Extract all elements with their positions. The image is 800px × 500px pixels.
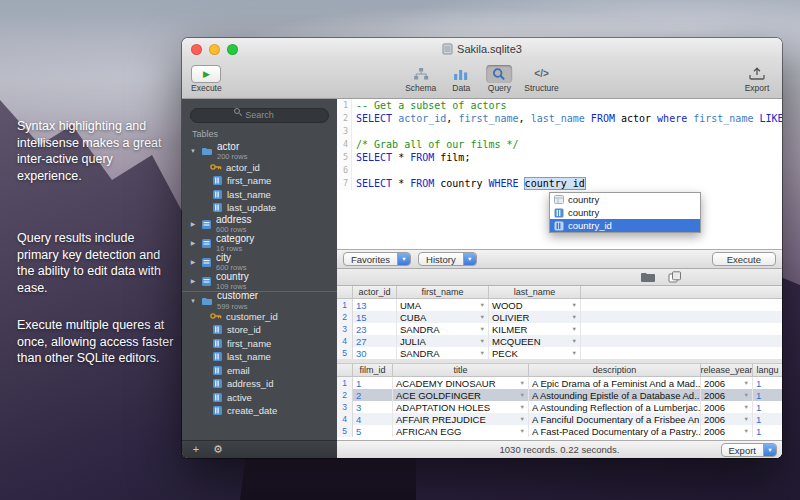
column-header[interactable]: title (393, 364, 529, 376)
filter-chevron-icon[interactable]: ▼ (518, 404, 525, 410)
sidebar-column-last-name[interactable]: last_name (182, 188, 337, 202)
toolbar-query[interactable]: Query (486, 65, 512, 93)
title-bar[interactable]: Sakila.sqlite3 (182, 38, 782, 60)
sidebar-column-create-date[interactable]: create_date (182, 404, 337, 418)
sidebar-item-country[interactable]: ▶ country109 rows (182, 272, 337, 291)
sidebar-column-last-name-2[interactable]: last_name (182, 350, 337, 364)
disclosure-closed-icon[interactable]: ▶ (189, 278, 197, 284)
toolbar-schema[interactable]: Schema (405, 65, 436, 93)
sidebar-column-active[interactable]: active (182, 391, 337, 405)
zoom-button[interactable] (227, 44, 238, 55)
execute-play-icon[interactable]: ▶ (191, 65, 221, 83)
disclosure-open-icon[interactable]: ▼ (189, 148, 197, 154)
filter-chevron-icon[interactable]: ▼ (570, 338, 577, 344)
sidebar-column-email[interactable]: email (182, 364, 337, 378)
minimize-button[interactable] (209, 44, 220, 55)
filter-chevron-icon[interactable]: ▼ (742, 428, 749, 434)
history-dropdown[interactable]: History ▼ (418, 252, 477, 266)
filter-chevron-icon[interactable]: ▼ (570, 350, 577, 356)
export-dropdown[interactable]: Export ▼ (721, 443, 777, 457)
disclosure-closed-icon[interactable]: ▶ (189, 240, 197, 246)
table-row[interactable]: 4 4 AFFAIR PREJUDICE▼ A Fanciful Documen… (337, 413, 782, 425)
marketing-caption-execute: Execute multiple queres at once, allowin… (17, 317, 179, 367)
line-number: 4 (337, 138, 352, 151)
table-name: country (216, 272, 249, 282)
sidebar-item-actor[interactable]: ▼ actor200 rows (182, 142, 337, 161)
filter-chevron-icon[interactable]: ▼ (742, 380, 749, 386)
autocomplete-item-selected[interactable]: country_id (550, 219, 700, 232)
gear-icon[interactable]: ⚙ (209, 443, 227, 456)
filter-chevron-icon[interactable]: ▼ (518, 428, 525, 434)
sidebar-column-first-name-2[interactable]: first_name (182, 337, 337, 351)
toolbar-execute[interactable]: ▶ Execute (191, 65, 222, 93)
disclosure-closed-icon[interactable]: ▶ (189, 221, 197, 227)
copy-icon[interactable] (668, 271, 682, 283)
filter-chevron-icon[interactable]: ▼ (478, 326, 485, 332)
column-header[interactable]: release_year (701, 364, 753, 376)
filter-chevron-icon[interactable]: ▼ (478, 302, 485, 308)
toolbar-structure[interactable]: </> Structure (524, 65, 559, 93)
sql-editor[interactable]: 1 -- Get a subset of actors 2 SELECT act… (337, 99, 782, 249)
table-row-selected[interactable]: 2 2 ACE GOLDFINGER▼ A Astounding Epistle… (337, 389, 782, 401)
disclosure-open-icon[interactable]: ▼ (189, 298, 197, 304)
table-name: customer (217, 291, 258, 301)
sidebar-column-actor-id[interactable]: actor_id (182, 161, 337, 175)
column-icon (212, 378, 223, 389)
filter-chevron-icon[interactable]: ▼ (570, 314, 577, 320)
sidebar-item-address[interactable]: ▶ address600 rows (182, 215, 337, 234)
autocomplete-item[interactable]: country (550, 206, 700, 219)
table-row[interactable]: 2 15 CUBA▼ OLIVIER▼ (337, 311, 782, 323)
add-button[interactable]: + (187, 443, 205, 456)
column-icon (554, 221, 564, 231)
filter-chevron-icon[interactable]: ▼ (742, 404, 749, 410)
filter-chevron-icon[interactable]: ▼ (518, 416, 525, 422)
search-input[interactable] (190, 108, 329, 123)
close-button[interactable] (191, 44, 202, 55)
sidebar-column-address-id[interactable]: address_id (182, 377, 337, 391)
sidebar-item-category[interactable]: ▶ category16 rows (182, 234, 337, 253)
column-header[interactable]: actor_id (353, 286, 397, 298)
toolbar-export[interactable]: Export (744, 65, 770, 93)
chevron-down-icon: ▼ (463, 253, 476, 265)
tables-section-label: Tables (182, 125, 337, 142)
column-header[interactable]: first_name (397, 286, 489, 298)
sidebar-column-last-update[interactable]: last_update (182, 201, 337, 215)
editor-line: 7 SELECT * FROM country WHERE country_id (337, 177, 782, 190)
toolbar-view-switcher: Schema Data Query </> (405, 65, 559, 93)
sidebar-item-city[interactable]: ▶ city600 rows (182, 253, 337, 272)
filter-chevron-icon[interactable]: ▼ (742, 392, 749, 398)
filter-chevron-icon[interactable]: ▼ (478, 350, 485, 356)
filter-chevron-icon[interactable]: ▼ (570, 326, 577, 332)
filter-chevron-icon[interactable]: ▼ (518, 380, 525, 386)
table-row[interactable]: 3 3 ADAPTATION HOLES▼ A Astounding Refle… (337, 401, 782, 413)
filter-chevron-icon[interactable]: ▼ (478, 314, 485, 320)
column-header[interactable]: description (529, 364, 701, 376)
line-number: 3 (337, 125, 352, 138)
column-header[interactable]: last_name (489, 286, 581, 298)
export-results-icon[interactable] (640, 271, 656, 283)
column-icon (212, 405, 223, 416)
column-header[interactable]: langu (753, 364, 782, 376)
autocomplete-item[interactable]: country (550, 193, 700, 206)
execute-query-button[interactable]: Execute (712, 252, 776, 266)
table-icon (554, 195, 564, 204)
favorites-dropdown[interactable]: Favorites ▼ (343, 252, 411, 266)
filter-chevron-icon[interactable]: ▼ (742, 416, 749, 422)
sidebar-column-customer-id[interactable]: customer_id (182, 310, 337, 324)
table-row[interactable]: 3 23 SANDRA▼ KILMER▼ (337, 323, 782, 335)
table-row[interactable]: 5 5 AFRICAN EGG▼ A Fast-Paced Documentar… (337, 425, 782, 437)
filter-chevron-icon[interactable]: ▼ (478, 338, 485, 344)
filter-chevron-icon[interactable]: ▼ (570, 302, 577, 308)
table-row[interactable]: 5 30 SANDRA▼ PECK▼ (337, 347, 782, 359)
sidebar-column-store-id[interactable]: store_id (182, 323, 337, 337)
toolbar-data[interactable]: Data (448, 65, 474, 93)
sidebar-item-customer[interactable]: ▼ customer599 rows (182, 291, 337, 310)
filter-chevron-icon[interactable]: ▼ (518, 392, 525, 398)
sidebar-column-first-name[interactable]: first_name (182, 174, 337, 188)
table-row[interactable]: 1 1 ACADEMY DINOSAUR▼ A Epic Drama of a … (337, 377, 782, 389)
primary-key-icon (210, 163, 222, 171)
disclosure-closed-icon[interactable]: ▶ (189, 259, 197, 265)
column-header[interactable]: film_id (353, 364, 393, 376)
table-row[interactable]: 4 27 JULIA▼ MCQUEEN▼ (337, 335, 782, 347)
table-row[interactable]: 1 13 UMA▼ WOOD▼ (337, 299, 782, 311)
